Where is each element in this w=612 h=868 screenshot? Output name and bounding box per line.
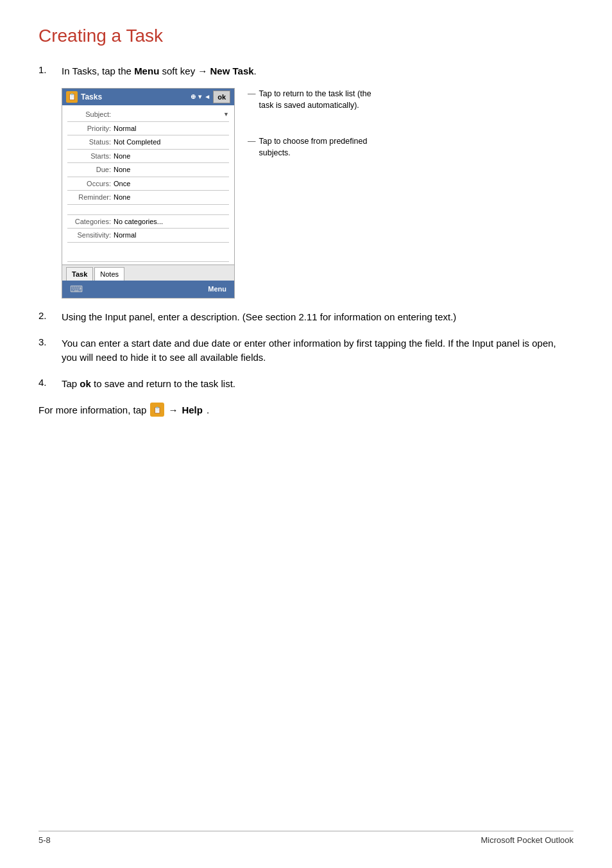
sensitivity-value[interactable]: Normal — [114, 230, 229, 241]
step-4-text: Tap ok to save and return to the task li… — [62, 378, 235, 389]
page-title: Creating a Task — [38, 26, 574, 46]
step-number-2: 2. — [38, 310, 62, 325]
categories-label: Categories: — [67, 216, 114, 227]
reminder-value[interactable]: None — [114, 192, 229, 203]
reminder-label: Reminder: — [67, 192, 114, 203]
step-2-content: Using the Input panel, enter a descripti… — [62, 310, 574, 325]
occurs-value[interactable]: Once — [114, 178, 229, 189]
list-item-3: 3. You can enter a start date and due da… — [38, 336, 574, 365]
volume-icon: ▾ — [198, 92, 201, 101]
priority-label: Priority: — [67, 123, 114, 134]
annotations-panel: — Tap to return to the task list (the ta… — [248, 88, 376, 299]
reminder-row: Reminder: None — [67, 191, 229, 205]
priority-row: Priority: Normal — [67, 122, 229, 136]
step-3-text: You can enter a start date and due date … — [62, 338, 556, 363]
status-icons: ⊕ ▾ ◄ ok — [191, 91, 230, 104]
title-bar: 📋 Tasks ⊕ ▾ ◄ ok — [62, 89, 234, 106]
step-number-1: 1. — [38, 64, 62, 299]
title-bar-label: Tasks — [81, 91, 102, 103]
list-item-2: 2. Using the Input panel, enter a descri… — [38, 310, 574, 325]
bottom-area: Task Notes ⌨ Menu — [62, 265, 234, 299]
occurs-row: Occurs: Once — [67, 177, 229, 191]
list-item-1: 1. In Tasks, tap the Menu soft key → New… — [38, 64, 574, 299]
step-1-text: In Tasks, tap the Menu soft key → New Ta… — [62, 65, 257, 76]
occurs-label: Occurs: — [67, 178, 114, 189]
device-mockup: 📋 Tasks ⊕ ▾ ◄ ok — [62, 88, 235, 299]
due-value[interactable]: None — [114, 164, 229, 175]
priority-value[interactable]: Normal — [114, 123, 229, 134]
list-item-4: 4. Tap ok to save and return to the task… — [38, 377, 574, 392]
audio-icon: ◄ — [204, 92, 210, 101]
categories-value[interactable]: No categories... — [114, 216, 229, 227]
extra-spacer — [67, 243, 229, 262]
menu-label[interactable]: Menu — [208, 284, 226, 295]
page-footer: 5-8 Microsoft Pocket Outlook — [38, 831, 574, 845]
starts-value[interactable]: None — [114, 151, 229, 162]
tab-row: Task Notes — [62, 265, 234, 281]
step-4-content: Tap ok to save and return to the task li… — [62, 377, 574, 392]
due-label: Due: — [67, 164, 114, 175]
help-app-icon: 📋 — [150, 403, 164, 417]
ok-button[interactable]: ok — [213, 91, 230, 104]
spacer-row — [67, 205, 229, 215]
starts-label: Starts: — [67, 151, 114, 162]
for-more-text: For more information, tap — [38, 404, 146, 415]
arrow-icon: → — [168, 404, 178, 415]
taskbar: ⌨ Menu — [62, 281, 234, 298]
step-number-4: 4. — [38, 377, 62, 392]
status-value[interactable]: Not Completed — [114, 137, 229, 148]
subject-row: Subject: ▼ — [67, 108, 229, 122]
tab-task[interactable]: Task — [66, 267, 93, 281]
screenshot-section: 📋 Tasks ⊕ ▾ ◄ ok — [62, 88, 574, 299]
status-row: Status: Not Completed — [67, 135, 229, 150]
annotation-1: — Tap to return to the task list (the ta… — [248, 88, 376, 111]
footer-title: Microsoft Pocket Outlook — [481, 835, 574, 845]
for-more-section: For more information, tap 📋 → Help . — [38, 403, 574, 417]
help-label: Help — [182, 404, 203, 415]
signal-icon: ⊕ — [191, 92, 196, 101]
status-label: Status: — [67, 137, 114, 148]
subject-label: Subject: — [67, 109, 114, 120]
annotation-2: — Tap to choose from predefined subjects… — [248, 135, 376, 159]
sensitivity-row: Sensitivity: Normal — [67, 229, 229, 243]
due-row: Due: None — [67, 163, 229, 177]
for-more-period: . — [207, 404, 209, 415]
app-icon: 📋 — [66, 91, 78, 103]
step-2-text: Using the Input panel, enter a descripti… — [62, 311, 456, 322]
subject-input[interactable] — [114, 109, 222, 119]
categories-row: Categories: No categories... — [67, 215, 229, 229]
sensitivity-label: Sensitivity: — [67, 230, 114, 241]
step-number-3: 3. — [38, 336, 62, 365]
starts-row: Starts: None — [67, 150, 229, 164]
tab-notes[interactable]: Notes — [94, 267, 124, 281]
step-3-content: You can enter a start date and due date … — [62, 336, 574, 365]
footer-page-number: 5-8 — [38, 835, 51, 845]
form-area: Subject: ▼ Priority: Normal Status: N — [62, 105, 234, 265]
keyboard-icon[interactable]: ⌨ — [70, 282, 83, 296]
annotation-1-text: Tap to return to the task list (the task… — [259, 88, 377, 111]
annotation-2-text: Tap to choose from predefined subjects. — [259, 135, 377, 159]
step-1-content: In Tasks, tap the Menu soft key → New Ta… — [62, 64, 574, 299]
dropdown-arrow-icon[interactable]: ▼ — [223, 110, 229, 119]
